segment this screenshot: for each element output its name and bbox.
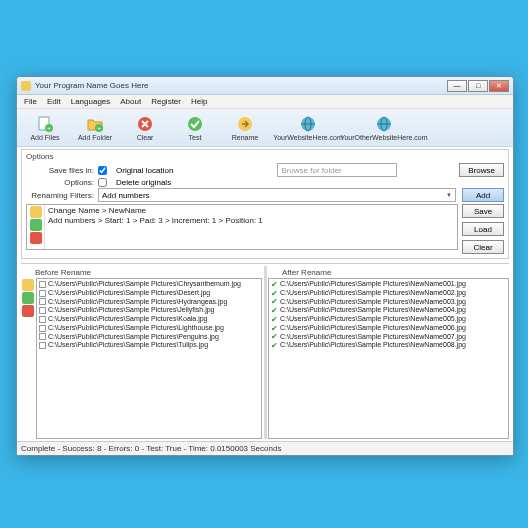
after-pane: After Rename ✔C:\Users\Public\Pictures\S… (268, 266, 509, 439)
app-window: Your Program Name Goes Here — □ ✕ File E… (16, 76, 514, 456)
before-list[interactable]: C:\Users\Public\Pictures\Sample Pictures… (36, 278, 262, 439)
list-item[interactable]: C:\Users\Public\Pictures\Sample Pictures… (39, 324, 259, 333)
before-add-icon[interactable] (22, 292, 34, 304)
list-item[interactable]: ✔C:\Users\Public\Pictures\Sample Picture… (271, 324, 506, 333)
after-list[interactable]: ✔C:\Users\Public\Pictures\Sample Picture… (268, 278, 509, 439)
list-item[interactable]: ✔C:\Users\Public\Pictures\Sample Picture… (271, 315, 506, 324)
list-item[interactable]: C:\Users\Public\Pictures\Sample Pictures… (39, 341, 259, 350)
add-folder-button[interactable]: +Add Folder (71, 115, 119, 141)
options-group: Options Save files in: Original location… (21, 149, 509, 259)
file-path: C:\Users\Public\Pictures\Sample Pictures… (48, 315, 208, 324)
edit-filter-icon[interactable] (30, 206, 42, 218)
renaming-filters-label: Renaming Filters: (26, 191, 98, 200)
list-item[interactable]: ✔C:\Users\Public\Pictures\Sample Picture… (271, 298, 506, 307)
vertical-splitter[interactable] (264, 266, 267, 439)
menu-edit[interactable]: Edit (42, 97, 66, 106)
options-legend: Options (26, 152, 504, 161)
list-item[interactable]: C:\Users\Public\Pictures\Sample Pictures… (39, 298, 259, 307)
apply-filter-icon[interactable] (30, 219, 42, 231)
menu-file[interactable]: File (19, 97, 42, 106)
file-path: C:\Users\Public\Pictures\Sample Pictures… (280, 280, 466, 289)
minimize-button[interactable]: — (447, 80, 467, 92)
check-icon: ✔ (271, 281, 278, 288)
filter-line: Change Name > NewName (48, 206, 454, 216)
check-icon: ✔ (271, 333, 278, 340)
file-path: C:\Users\Public\Pictures\Sample Pictures… (280, 315, 466, 324)
menubar: File Edit Languages About Register Help (17, 95, 513, 109)
split-panel: Before Rename C:\Users\Public\Pictures\S… (21, 263, 509, 439)
status-bar: Complete - Success: 8 - Errors: 0 - Test… (17, 441, 513, 455)
list-item[interactable]: C:\Users\Public\Pictures\Sample Pictures… (39, 333, 259, 342)
menu-help[interactable]: Help (186, 97, 212, 106)
load-filters-button[interactable]: Load (462, 222, 504, 236)
clear-button[interactable]: Clear (121, 115, 169, 141)
delete-originals-checkbox[interactable] (98, 178, 107, 187)
checkbox-icon[interactable] (39, 298, 46, 305)
list-item[interactable]: C:\Users\Public\Pictures\Sample Pictures… (39, 306, 259, 315)
website2-button[interactable]: YourOtherWebsiteHere.com (347, 115, 421, 141)
checkbox-icon[interactable] (39, 342, 46, 349)
file-path: C:\Users\Public\Pictures\Sample Pictures… (280, 289, 466, 298)
save-filters-button[interactable]: Save (462, 204, 504, 218)
filter-list[interactable]: Change Name > NewName Add numbers > Star… (26, 204, 458, 250)
remove-filter-icon[interactable] (30, 232, 42, 244)
file-path: C:\Users\Public\Pictures\Sample Pictures… (280, 306, 466, 315)
check-icon: ✔ (271, 290, 278, 297)
menu-languages[interactable]: Languages (66, 97, 116, 106)
test-icon (186, 115, 204, 133)
check-icon: ✔ (271, 316, 278, 323)
list-item[interactable]: ✔C:\Users\Public\Pictures\Sample Picture… (271, 289, 506, 298)
original-location-label: Original location (116, 166, 173, 175)
browse-button[interactable]: Browse (459, 163, 504, 177)
checkbox-icon[interactable] (39, 307, 46, 314)
list-item[interactable]: C:\Users\Public\Pictures\Sample Pictures… (39, 289, 259, 298)
save-files-label: Save files in: (26, 166, 98, 175)
list-item[interactable]: C:\Users\Public\Pictures\Sample Pictures… (39, 280, 259, 289)
checkbox-icon[interactable] (39, 281, 46, 288)
menu-register[interactable]: Register (146, 97, 186, 106)
file-path: C:\Users\Public\Pictures\Sample Pictures… (280, 333, 466, 342)
titlebar[interactable]: Your Program Name Goes Here — □ ✕ (17, 77, 513, 95)
list-item[interactable]: ✔C:\Users\Public\Pictures\Sample Picture… (271, 306, 506, 315)
original-location-checkbox[interactable] (98, 166, 107, 175)
check-icon: ✔ (271, 325, 278, 332)
app-icon (21, 81, 31, 91)
checkbox-icon[interactable] (39, 316, 46, 323)
rename-icon (236, 115, 254, 133)
check-icon: ✔ (271, 307, 278, 314)
browse-folder-input[interactable]: Browse for folder (277, 163, 397, 177)
filter-line: Add numbers > Start: 1 > Pad: 3 > Increm… (48, 216, 454, 226)
svg-point-6 (188, 117, 202, 131)
toolbar: +Add Files +Add Folder Clear Test Rename… (17, 109, 513, 147)
rename-button[interactable]: Rename (221, 115, 269, 141)
add-filter-button[interactable]: Add (462, 188, 504, 202)
file-path: C:\Users\Public\Pictures\Sample Pictures… (280, 298, 466, 307)
list-item[interactable]: ✔C:\Users\Public\Pictures\Sample Picture… (271, 280, 506, 289)
check-icon: ✔ (271, 342, 278, 349)
close-button[interactable]: ✕ (489, 80, 509, 92)
checkbox-icon[interactable] (39, 325, 46, 332)
add-files-button[interactable]: +Add Files (21, 115, 69, 141)
website1-button[interactable]: YourWebsiteHere.com (271, 115, 345, 141)
list-item[interactable]: C:\Users\Public\Pictures\Sample Pictures… (39, 315, 259, 324)
menu-about[interactable]: About (115, 97, 146, 106)
file-path: C:\Users\Public\Pictures\Sample Pictures… (280, 341, 466, 350)
list-item[interactable]: ✔C:\Users\Public\Pictures\Sample Picture… (271, 333, 506, 342)
checkbox-icon[interactable] (39, 333, 46, 340)
file-path: C:\Users\Public\Pictures\Sample Pictures… (48, 333, 219, 342)
list-item[interactable]: ✔C:\Users\Public\Pictures\Sample Picture… (271, 341, 506, 350)
maximize-button[interactable]: □ (468, 80, 488, 92)
clear-filters-button[interactable]: Clear (462, 240, 504, 254)
before-remove-icon[interactable] (22, 305, 34, 317)
test-button[interactable]: Test (171, 115, 219, 141)
before-label: Before Rename (35, 268, 262, 277)
chevron-down-icon: ▼ (446, 192, 452, 198)
checkbox-icon[interactable] (39, 290, 46, 297)
after-label: After Rename (282, 268, 509, 277)
filter-dropdown[interactable]: Add numbers▼ (98, 188, 456, 202)
window-title: Your Program Name Goes Here (35, 81, 447, 90)
globe-icon (299, 115, 317, 133)
before-edit-icon[interactable] (22, 279, 34, 291)
svg-text:+: + (47, 125, 51, 131)
delete-originals-label: Delete originals (116, 178, 171, 187)
